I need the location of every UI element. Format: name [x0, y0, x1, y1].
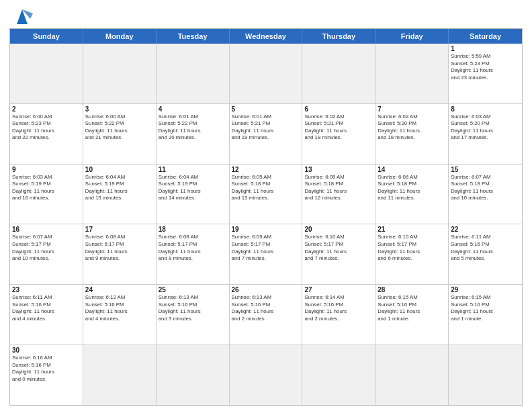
day-info: Sunrise: 6:14 AM Sunset: 5:16 PM Dayligh…	[304, 294, 373, 322]
day-cell-10: 10Sunrise: 6:04 AM Sunset: 5:19 PM Dayli…	[83, 165, 157, 224]
day-cell-3: 3Sunrise: 6:00 AM Sunset: 5:22 PM Daylig…	[83, 104, 157, 164]
header-day-tuesday: Tuesday	[157, 29, 230, 44]
day-info: Sunrise: 6:08 AM Sunset: 5:17 PM Dayligh…	[159, 234, 227, 262]
day-cell-8: 8Sunrise: 6:03 AM Sunset: 5:20 PM Daylig…	[449, 104, 522, 164]
day-number: 1	[451, 45, 520, 52]
empty-cell	[449, 345, 522, 405]
day-cell-29: 29Sunrise: 6:15 AM Sunset: 5:16 PM Dayli…	[449, 285, 522, 345]
day-number: 26	[232, 286, 300, 293]
day-number: 5	[232, 105, 300, 113]
day-info: Sunrise: 6:03 AM Sunset: 5:19 PM Dayligh…	[12, 174, 81, 202]
day-number: 6	[304, 105, 373, 113]
empty-cell	[83, 44, 157, 103]
day-info: Sunrise: 6:01 AM Sunset: 5:21 PM Dayligh…	[232, 113, 300, 142]
day-cell-18: 18Sunrise: 6:08 AM Sunset: 5:17 PM Dayli…	[157, 224, 230, 284]
calendar-header: SundayMondayTuesdayWednesdayThursdayFrid…	[10, 29, 522, 44]
day-cell-2: 2Sunrise: 6:00 AM Sunset: 5:23 PM Daylig…	[10, 104, 83, 164]
calendar-row-0: 1Sunrise: 5:59 AM Sunset: 5:23 PM Daylig…	[10, 44, 522, 103]
day-info: Sunrise: 6:02 AM Sunset: 5:21 PM Dayligh…	[304, 113, 373, 142]
day-info: Sunrise: 6:15 AM Sunset: 5:16 PM Dayligh…	[378, 294, 446, 322]
day-cell-22: 22Sunrise: 6:11 AM Sunset: 5:16 PM Dayli…	[449, 224, 522, 284]
calendar-row-5: 30Sunrise: 6:16 AM Sunset: 5:16 PM Dayli…	[10, 345, 522, 405]
header-day-sunday: Sunday	[10, 29, 83, 44]
day-number: 19	[232, 226, 300, 233]
empty-cell	[375, 44, 449, 103]
day-info: Sunrise: 6:09 AM Sunset: 5:17 PM Dayligh…	[232, 234, 300, 262]
empty-cell	[157, 44, 230, 103]
day-number: 11	[159, 166, 227, 173]
empty-cell	[10, 44, 83, 103]
day-info: Sunrise: 6:10 AM Sunset: 5:17 PM Dayligh…	[378, 234, 446, 262]
empty-cell	[83, 345, 157, 405]
empty-cell	[230, 345, 303, 405]
day-info: Sunrise: 6:15 AM Sunset: 5:16 PM Dayligh…	[451, 294, 520, 322]
day-info: Sunrise: 6:13 AM Sunset: 5:16 PM Dayligh…	[159, 294, 227, 322]
day-info: Sunrise: 6:05 AM Sunset: 5:18 PM Dayligh…	[304, 174, 373, 202]
day-number: 23	[12, 286, 81, 293]
day-info: Sunrise: 6:05 AM Sunset: 5:18 PM Dayligh…	[232, 174, 300, 202]
page-header	[9, 7, 523, 24]
day-cell-13: 13Sunrise: 6:05 AM Sunset: 5:18 PM Dayli…	[302, 165, 375, 224]
day-info: Sunrise: 6:10 AM Sunset: 5:17 PM Dayligh…	[304, 234, 373, 262]
day-number: 10	[85, 166, 154, 173]
day-number: 20	[304, 226, 373, 233]
day-number: 13	[304, 166, 373, 173]
day-cell-14: 14Sunrise: 6:06 AM Sunset: 5:18 PM Dayli…	[375, 165, 449, 224]
day-info: Sunrise: 6:00 AM Sunset: 5:23 PM Dayligh…	[12, 113, 81, 142]
day-number: 28	[378, 286, 446, 293]
day-cell-15: 15Sunrise: 6:07 AM Sunset: 5:18 PM Dayli…	[449, 165, 522, 224]
day-number: 29	[451, 286, 520, 293]
day-cell-21: 21Sunrise: 6:10 AM Sunset: 5:17 PM Dayli…	[375, 224, 449, 284]
day-info: Sunrise: 6:16 AM Sunset: 5:16 PM Dayligh…	[12, 355, 81, 383]
day-number: 27	[304, 286, 373, 293]
day-info: Sunrise: 6:02 AM Sunset: 5:20 PM Dayligh…	[378, 113, 446, 142]
day-info: Sunrise: 6:06 AM Sunset: 5:18 PM Dayligh…	[378, 174, 446, 202]
header-day-thursday: Thursday	[302, 29, 375, 44]
empty-cell	[302, 345, 375, 405]
header-day-wednesday: Wednesday	[230, 29, 303, 44]
day-number: 7	[378, 105, 446, 113]
day-cell-24: 24Sunrise: 6:12 AM Sunset: 5:16 PM Dayli…	[83, 285, 157, 345]
day-number: 21	[378, 226, 446, 233]
day-info: Sunrise: 6:11 AM Sunset: 5:16 PM Dayligh…	[451, 234, 520, 262]
day-cell-4: 4Sunrise: 6:01 AM Sunset: 5:22 PM Daylig…	[157, 104, 230, 164]
day-number: 14	[378, 166, 446, 173]
day-number: 2	[12, 105, 81, 113]
day-number: 8	[451, 105, 520, 113]
day-cell-7: 7Sunrise: 6:02 AM Sunset: 5:20 PM Daylig…	[375, 104, 449, 164]
day-cell-11: 11Sunrise: 6:04 AM Sunset: 5:19 PM Dayli…	[157, 165, 230, 224]
logo	[9, 9, 33, 24]
day-info: Sunrise: 6:03 AM Sunset: 5:20 PM Dayligh…	[451, 113, 520, 142]
day-number: 17	[85, 226, 154, 233]
day-number: 15	[451, 166, 520, 173]
day-cell-23: 23Sunrise: 6:11 AM Sunset: 5:16 PM Dayli…	[10, 285, 83, 345]
day-cell-1: 1Sunrise: 5:59 AM Sunset: 5:23 PM Daylig…	[449, 44, 522, 103]
day-cell-30: 30Sunrise: 6:16 AM Sunset: 5:16 PM Dayli…	[10, 345, 83, 405]
day-info: Sunrise: 6:04 AM Sunset: 5:19 PM Dayligh…	[159, 174, 227, 202]
day-info: Sunrise: 6:08 AM Sunset: 5:17 PM Dayligh…	[85, 234, 154, 262]
calendar-row-1: 2Sunrise: 6:00 AM Sunset: 5:23 PM Daylig…	[10, 103, 522, 164]
header-day-friday: Friday	[375, 29, 449, 44]
calendar-body: 1Sunrise: 5:59 AM Sunset: 5:23 PM Daylig…	[10, 44, 522, 405]
day-cell-6: 6Sunrise: 6:02 AM Sunset: 5:21 PM Daylig…	[302, 104, 375, 164]
day-number: 25	[159, 286, 227, 293]
day-cell-16: 16Sunrise: 6:07 AM Sunset: 5:17 PM Dayli…	[10, 224, 83, 284]
day-number: 4	[159, 105, 227, 113]
empty-cell	[230, 44, 303, 103]
day-cell-5: 5Sunrise: 6:01 AM Sunset: 5:21 PM Daylig…	[230, 104, 303, 164]
day-info: Sunrise: 6:01 AM Sunset: 5:22 PM Dayligh…	[159, 113, 227, 142]
day-cell-12: 12Sunrise: 6:05 AM Sunset: 5:18 PM Dayli…	[230, 165, 303, 224]
day-number: 9	[12, 166, 81, 173]
logo-icon	[11, 7, 33, 24]
calendar-row-2: 9Sunrise: 6:03 AM Sunset: 5:19 PM Daylig…	[10, 164, 522, 224]
empty-cell	[375, 345, 449, 405]
day-number: 3	[85, 105, 154, 113]
day-cell-28: 28Sunrise: 6:15 AM Sunset: 5:16 PM Dayli…	[375, 285, 449, 345]
day-cell-17: 17Sunrise: 6:08 AM Sunset: 5:17 PM Dayli…	[83, 224, 157, 284]
day-info: Sunrise: 6:11 AM Sunset: 5:16 PM Dayligh…	[12, 294, 81, 322]
day-info: Sunrise: 6:12 AM Sunset: 5:16 PM Dayligh…	[85, 294, 154, 322]
day-cell-26: 26Sunrise: 6:13 AM Sunset: 5:16 PM Dayli…	[230, 285, 303, 345]
empty-cell	[157, 345, 230, 405]
calendar-row-4: 23Sunrise: 6:11 AM Sunset: 5:16 PM Dayli…	[10, 284, 522, 345]
day-number: 16	[12, 226, 81, 233]
